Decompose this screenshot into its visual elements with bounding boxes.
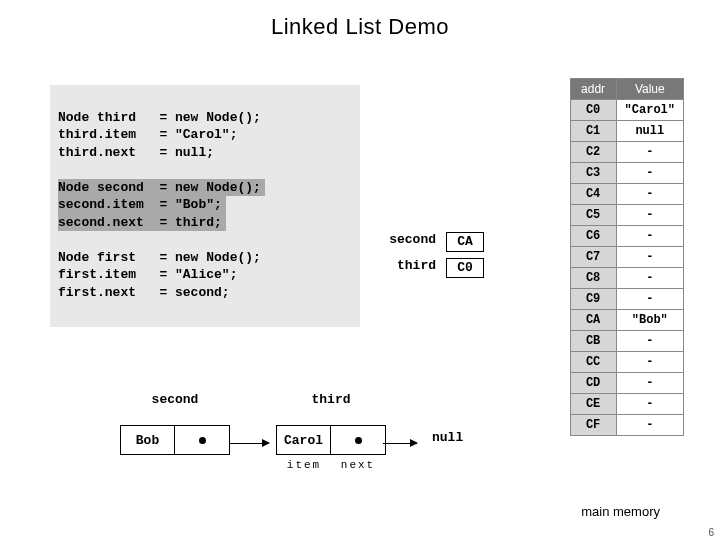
code-line: third.next = null;: [58, 144, 352, 162]
page-number: 6: [708, 527, 714, 538]
memory-addr-cell: C8: [570, 268, 616, 289]
pointer-value-third: C0: [446, 258, 484, 278]
node-next-third: [331, 426, 385, 454]
memory-table: addr Value C0"Carol"C1nullC2-C3-C4-C5-C6…: [570, 78, 684, 436]
pointer-name-third: third: [380, 258, 446, 278]
null-terminal: null: [432, 430, 463, 445]
memory-addr-cell: CF: [570, 415, 616, 436]
memory-row: CC-: [570, 352, 683, 373]
memory-row: CB-: [570, 331, 683, 352]
memory-value-cell: -: [616, 373, 683, 394]
memory-row: CD-: [570, 373, 683, 394]
node-box-third: Carol: [276, 425, 386, 455]
code-line: Node third = new Node();: [58, 109, 352, 127]
memory-addr-cell: C1: [570, 121, 616, 142]
memory-value-cell: -: [616, 331, 683, 352]
memory-value-cell: -: [616, 289, 683, 310]
memory-row: C9-: [570, 289, 683, 310]
next-caption: next: [331, 459, 385, 471]
arrow-icon: [229, 443, 269, 444]
memory-addr-cell: C9: [570, 289, 616, 310]
memory-addr-cell: C0: [570, 100, 616, 121]
code-line: Node first = new Node();: [58, 249, 352, 267]
memory-value-cell: "Carol": [616, 100, 683, 121]
memory-row: CE-: [570, 394, 683, 415]
memory-row: C2-: [570, 142, 683, 163]
node-item-second: Bob: [121, 426, 175, 454]
code-line: second.next = third;: [58, 214, 352, 232]
memory-caption: main memory: [581, 504, 660, 519]
pointer-name-second: second: [380, 232, 446, 252]
memory-value-cell: -: [616, 226, 683, 247]
memory-row: C6-: [570, 226, 683, 247]
page-title: Linked List Demo: [0, 0, 720, 40]
memory-value-cell: -: [616, 205, 683, 226]
memory-value-cell: -: [616, 268, 683, 289]
node-diagram: second Bob third Carol item next null: [120, 392, 463, 471]
code-line: third.item = "Carol";: [58, 126, 352, 144]
memory-row: C7-: [570, 247, 683, 268]
memory-row: C0"Carol": [570, 100, 683, 121]
memory-addr-cell: CB: [570, 331, 616, 352]
memory-addr-cell: CC: [570, 352, 616, 373]
memory-header-addr: addr: [570, 79, 616, 100]
memory-row: C8-: [570, 268, 683, 289]
memory-value-cell: -: [616, 415, 683, 436]
memory-addr-cell: C3: [570, 163, 616, 184]
node-next-second: [175, 426, 229, 454]
memory-value-cell: -: [616, 247, 683, 268]
pointer-dot-icon: [355, 437, 362, 444]
memory-addr-cell: C2: [570, 142, 616, 163]
memory-value-cell: -: [616, 352, 683, 373]
item-caption: item: [277, 459, 331, 471]
memory-addr-cell: C7: [570, 247, 616, 268]
memory-row: CF-: [570, 415, 683, 436]
memory-value-cell: -: [616, 163, 683, 184]
memory-value-cell: null: [616, 121, 683, 142]
arrow-icon: [383, 443, 417, 444]
memory-value-cell: -: [616, 142, 683, 163]
memory-addr-cell: C6: [570, 226, 616, 247]
code-block: Node third = new Node();third.item = "Ca…: [50, 85, 360, 327]
node-label-second: second: [152, 392, 199, 407]
memory-value-cell: -: [616, 184, 683, 205]
memory-value-cell: "Bob": [616, 310, 683, 331]
node-label-third: third: [311, 392, 350, 407]
memory-row: C3-: [570, 163, 683, 184]
memory-addr-cell: CA: [570, 310, 616, 331]
memory-row: CA"Bob": [570, 310, 683, 331]
node-box-second: Bob: [120, 425, 230, 455]
memory-row: C4-: [570, 184, 683, 205]
code-line: first.next = second;: [58, 284, 352, 302]
memory-value-cell: -: [616, 394, 683, 415]
memory-row: C1null: [570, 121, 683, 142]
code-line: Node second = new Node();: [58, 179, 352, 197]
node-item-third: Carol: [277, 426, 331, 454]
memory-addr-cell: C5: [570, 205, 616, 226]
pointer-value-second: CA: [446, 232, 484, 252]
code-line: second.item = "Bob";: [58, 196, 352, 214]
memory-addr-cell: CE: [570, 394, 616, 415]
pointer-registers: second CA third C0: [380, 232, 484, 284]
memory-row: C5-: [570, 205, 683, 226]
memory-addr-cell: C4: [570, 184, 616, 205]
code-line: first.item = "Alice";: [58, 266, 352, 284]
memory-header-value: Value: [616, 79, 683, 100]
pointer-dot-icon: [199, 437, 206, 444]
node-sublabels: item next: [277, 459, 385, 471]
memory-addr-cell: CD: [570, 373, 616, 394]
